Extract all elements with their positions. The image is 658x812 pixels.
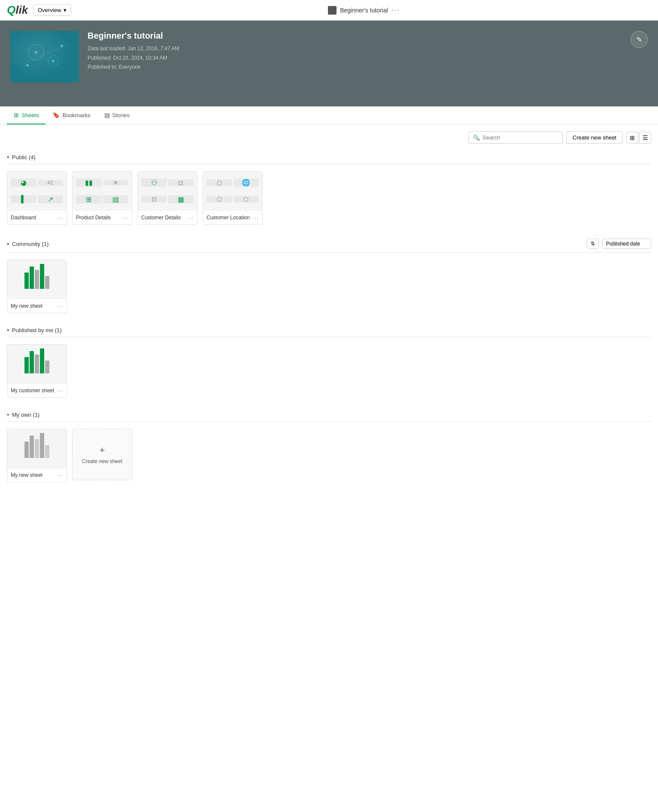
overview-dropdown[interactable]: Overview ▾ bbox=[33, 4, 71, 16]
card-my-new-sheet-own[interactable]: My new sheet ··· bbox=[7, 429, 67, 482]
create-new-sheet-button[interactable]: Create new sheet bbox=[566, 131, 623, 144]
hero-published: Published: Oct 23, 2024, 10:34 AM bbox=[88, 54, 622, 63]
bookmarks-icon: 🔖 bbox=[52, 112, 60, 118]
my-customer-sheet-card-footer: My customer sheet ··· bbox=[7, 383, 67, 397]
bar-chart-icon: ▌ bbox=[21, 195, 26, 203]
prod-cell-2: ⊕ bbox=[103, 180, 129, 185]
published-by-me-cards-grid: My customer sheet ··· bbox=[7, 344, 651, 398]
cust-cell-2: ⊡ bbox=[168, 179, 194, 186]
my-new-sheet-menu-button[interactable]: ··· bbox=[57, 303, 63, 309]
bar-vert-icon: ▮▮ bbox=[85, 179, 93, 187]
list-view-button[interactable]: ☰ bbox=[639, 132, 651, 144]
bar-o4 bbox=[40, 433, 44, 458]
section-public-title: ▾ Public (4) bbox=[7, 154, 36, 161]
bar-c5 bbox=[45, 361, 49, 373]
bar-c1 bbox=[24, 357, 29, 373]
customer-details-menu-button[interactable]: ··· bbox=[187, 214, 194, 221]
prod-cell-4: ▤ bbox=[103, 195, 129, 203]
my-customer-sheet-chart bbox=[21, 351, 53, 377]
search-input[interactable] bbox=[482, 134, 558, 141]
search-icon: 🔍 bbox=[473, 134, 480, 141]
sort-order-button[interactable]: ⇅ bbox=[587, 239, 599, 249]
app-title: Beginner's tutorial bbox=[340, 7, 388, 14]
section-community-title: ▾ Community (1) bbox=[7, 241, 49, 247]
hero-title: Beginner's tutorial bbox=[88, 31, 622, 41]
bar-o1 bbox=[24, 442, 29, 458]
tab-bookmarks-label: Bookmarks bbox=[62, 112, 90, 118]
search-box[interactable]: 🔍 bbox=[468, 131, 563, 144]
section-public-header[interactable]: ▾ Public (4) bbox=[7, 151, 651, 164]
sort-icon: ⇅ bbox=[591, 241, 595, 247]
bar-o3 bbox=[35, 439, 39, 458]
tabs-bar: ⊞ Sheets 🔖 Bookmarks ▤ Stories bbox=[0, 106, 658, 124]
customer-details-thumbnail: ⚇ ⊡ ⊡ ▦ bbox=[138, 172, 197, 210]
section-my-own-title: ▾ My own (1) bbox=[7, 412, 39, 418]
tab-bookmarks[interactable]: 🔖 Bookmarks bbox=[45, 106, 97, 124]
prod-cell-3: ⊞ bbox=[76, 195, 102, 203]
view-toggle: ⊞ ☰ bbox=[626, 132, 651, 144]
my-new-sheet-own-menu-button[interactable]: ··· bbox=[57, 472, 63, 479]
product-details-menu-button[interactable]: ··· bbox=[122, 214, 128, 221]
kpi-icon: ▤ bbox=[112, 195, 119, 203]
cust-cell-4: ▦ bbox=[168, 195, 194, 203]
sort-dropdown[interactable]: Published date bbox=[602, 239, 651, 249]
product-details-card-footer: Product Details ··· bbox=[73, 210, 132, 224]
card-my-customer-sheet[interactable]: My customer sheet ··· bbox=[7, 344, 67, 398]
content-area: 🔍 Create new sheet ⊞ ☰ ▾ Public (4) bbox=[0, 124, 658, 500]
card-product-details[interactable]: ▮▮ ⊕ ⊞ ▤ Product Details ··· bbox=[72, 171, 132, 225]
card-dashboard[interactable]: ◕ #1 ▌ ↗ Dashboard ··· bbox=[7, 171, 67, 225]
prod-cell-1: ▮▮ bbox=[76, 179, 102, 187]
tab-sheets[interactable]: ⊞ Sheets bbox=[7, 106, 45, 124]
app-more-button[interactable]: ··· bbox=[391, 6, 400, 14]
bar-5 bbox=[45, 276, 49, 289]
app-icon bbox=[328, 6, 337, 15]
hero-thumbnail bbox=[10, 31, 79, 82]
chevron-down-icon: ▾ bbox=[7, 412, 9, 418]
bar-4 bbox=[40, 264, 44, 289]
dash-cell-3: ▌ bbox=[11, 195, 36, 203]
customer-details-card-footer: Customer Details ··· bbox=[138, 210, 197, 224]
product-details-label: Product Details bbox=[76, 215, 111, 221]
customer-location-label: Customer Location bbox=[206, 215, 250, 221]
grid-view-button[interactable]: ⊞ bbox=[626, 132, 638, 144]
tab-sheets-label: Sheets bbox=[21, 112, 39, 118]
sheets-toolbar: 🔍 Create new sheet ⊞ ☰ bbox=[7, 131, 651, 144]
my-customer-sheet-thumbnail bbox=[7, 345, 67, 383]
loc-cell-4: ⬡ bbox=[233, 196, 259, 203]
section-my-own-header[interactable]: ▾ My own (1) bbox=[7, 408, 651, 422]
card-customer-details[interactable]: ⚇ ⊡ ⊡ ▦ Customer Details ··· bbox=[137, 171, 197, 225]
bar-c4 bbox=[40, 348, 44, 373]
card-customer-location[interactable]: ⬡ 🌐 ⬡ ⬡ Customer Location ··· bbox=[203, 171, 263, 225]
tab-stories[interactable]: ▤ Stories bbox=[97, 106, 136, 124]
my-customer-sheet-label: My customer sheet bbox=[11, 388, 54, 394]
product-details-thumbnail: ▮▮ ⊕ ⊞ ▤ bbox=[73, 172, 132, 210]
public-section-label: Public (4) bbox=[12, 154, 36, 161]
cust-cell-1: ⚇ bbox=[141, 179, 167, 187]
my-new-sheet-own-thumbnail bbox=[7, 429, 67, 468]
bar-o5 bbox=[45, 445, 49, 458]
table-sm-icon: ▦ bbox=[178, 195, 184, 203]
create-new-sheet-card-label: Create new sheet bbox=[82, 458, 122, 464]
dashboard-menu-button[interactable]: ··· bbox=[57, 214, 63, 221]
export-icon2: ⬡ bbox=[217, 196, 222, 203]
my-new-sheet-thumbnail bbox=[7, 260, 67, 299]
bar-3 bbox=[35, 270, 39, 289]
section-my-own: ▾ My own (1) My new sheet ··· bbox=[7, 408, 651, 482]
edit-button[interactable]: ✎ bbox=[631, 31, 648, 48]
pencil-icon: ✎ bbox=[637, 36, 642, 44]
loc-cell-1: ⬡ bbox=[206, 179, 232, 186]
pie-icon: ◕ bbox=[21, 179, 27, 187]
my-new-sheet-own-card-footer: My new sheet ··· bbox=[7, 468, 67, 482]
chevron-down-icon: ▾ bbox=[64, 7, 67, 13]
bar-c2 bbox=[30, 351, 34, 373]
create-new-sheet-card[interactable]: + Create new sheet bbox=[72, 429, 132, 480]
customer-location-menu-button[interactable]: ··· bbox=[252, 214, 259, 221]
hero-published-to: Published to: Everyone bbox=[88, 63, 622, 72]
hash-icon: #1 bbox=[48, 180, 53, 186]
top-nav: Qlik Overview ▾ Beginner's tutorial ··· bbox=[0, 0, 658, 21]
card-my-new-sheet[interactable]: My new sheet ··· bbox=[7, 260, 67, 313]
section-community-header[interactable]: ▾ Community (1) ⇅ Published date bbox=[7, 235, 651, 253]
my-customer-sheet-menu-button[interactable]: ··· bbox=[57, 387, 63, 394]
my-new-sheet-card-footer: My new sheet ··· bbox=[7, 299, 67, 313]
section-published-by-me-header[interactable]: ▾ Published by me (1) bbox=[7, 324, 651, 337]
